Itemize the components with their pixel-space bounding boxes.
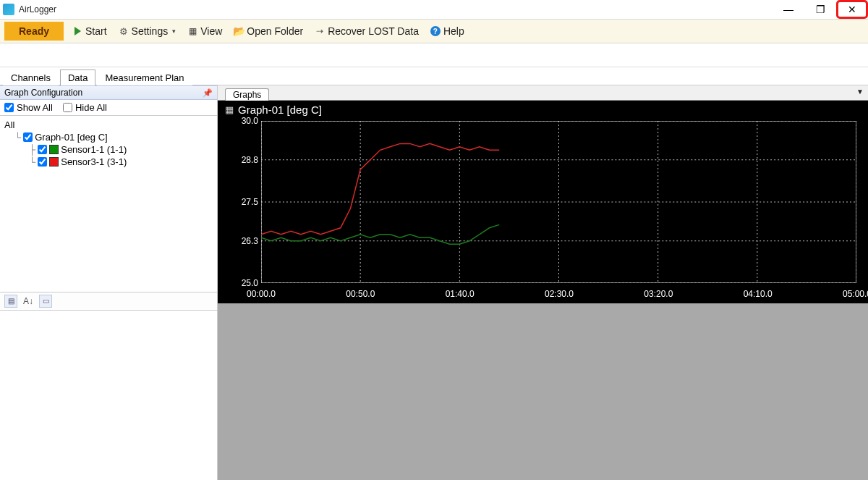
start-button[interactable]: Start [69,24,110,38]
sidebar-header-label: Graph Configuration [4,88,82,98]
view-button[interactable]: ▦ View [184,24,225,38]
tree-sensor-check[interactable] [38,157,47,167]
recover-icon: ⇢ [315,26,325,36]
list-icon[interactable]: ▭ [39,295,52,308]
y-tick-label: 30.0 [222,116,258,126]
graphs-tabbar: Graphs ▼ [218,85,868,101]
tree-graph-node[interactable]: └ Graph-01 [deg C] [4,131,213,143]
maximize-button[interactable]: ❐ [804,0,836,19]
properties-panel [0,311,217,481]
pin-icon[interactable]: 📌 [203,88,213,98]
help-label: Help [443,25,464,37]
hide-all-input[interactable] [63,103,72,112]
y-tick-label: 25.0 [222,278,258,288]
chart-title: ▦ Graph-01 [deg C] [225,104,322,116]
x-tick-label: 03:20.0 [644,289,673,299]
recover-button[interactable]: ⇢ Recover LOST Data [312,24,422,38]
blank-strip [0,43,868,67]
settings-button[interactable]: ⚙ Settings ▾ [116,24,179,38]
play-icon [72,26,82,36]
tree-branch-icon: └ [29,156,35,167]
recover-label: Recover LOST Data [328,25,419,37]
chart-title-label: Graph-01 [deg C] [238,104,322,116]
graphs-tab[interactable]: Graphs [225,88,269,101]
window-controls: — ❐ ✕ [773,0,868,19]
show-all-input[interactable] [4,103,14,112]
title-bar: AirLogger — ❐ ✕ [0,0,868,20]
folder-icon: 📂 [234,26,244,36]
sidebar: Graph Configuration 📌 Show All Hide All … [0,85,218,480]
minimize-button[interactable]: — [773,0,804,19]
color-swatch-green [49,145,59,154]
tree-root[interactable]: All [4,119,213,131]
x-tick-label: 04:10.0 [744,289,773,299]
tab-measurement-plan[interactable]: Measurement Plan [97,70,192,85]
show-all-label: Show All [17,102,53,113]
x-tick-label: 00:00.0 [247,289,276,299]
series-line [261,143,499,234]
tree-sensor-label: Sensor1-1 (1-1) [61,144,127,155]
tree-root-label: All [4,119,14,130]
grid-icon: ▦ [187,26,197,36]
tab-data[interactable]: Data [60,70,95,85]
hide-all-checkbox[interactable]: Hide All [63,102,107,113]
hide-all-label: Hide All [75,102,107,113]
chart-icon: ▦ [225,104,234,115]
help-button[interactable]: ? Help [427,24,467,38]
y-tick-label: 27.5 [222,197,258,207]
app-icon [3,4,14,15]
chevron-down-icon[interactable]: ▼ [856,88,864,96]
sort-label[interactable]: A↓ [23,296,33,306]
tree-branch-icon: ├ [29,144,35,155]
right-pane: Graphs ▼ ▦ Graph-01 [deg C] 25.026.327.5… [218,85,868,480]
gear-icon: ⚙ [119,26,129,36]
color-swatch-red [49,157,59,167]
open-folder-label: Open Folder [247,25,303,37]
tree-branch-icon: └ [14,132,21,143]
tree-graph-label: Graph-01 [deg C] [35,132,107,143]
close-button[interactable]: ✕ [836,0,868,19]
graph-tree: All └ Graph-01 [deg C] ├ Sensor1-1 (1-1)… [0,116,217,292]
show-all-checkbox[interactable]: Show All [4,102,53,113]
categorize-icon[interactable]: ▤ [4,295,17,308]
toolbar: Ready Start ⚙ Settings ▾ ▦ View 📂 Open F… [0,20,868,43]
empty-area [218,303,868,480]
tree-sensor-check[interactable] [38,145,47,154]
sidebar-header: Graph Configuration 📌 [0,85,217,100]
x-tick-label: 01:40.0 [446,289,475,299]
tree-sensor-node[interactable]: ├ Sensor1-1 (1-1) [4,143,213,156]
view-label: View [200,25,222,37]
plot[interactable] [261,121,856,283]
tree-graph-check[interactable] [23,132,33,142]
app-title: AirLogger [19,4,56,14]
tree-sensor-label: Sensor3-1 (3-1) [61,156,127,167]
status-chip: Ready [4,22,64,41]
help-icon: ? [430,26,441,36]
show-hide-row: Show All Hide All [0,100,217,116]
settings-label: Settings [132,25,169,37]
open-folder-button[interactable]: 📂 Open Folder [231,24,306,38]
x-tick-label: 05:00.0 [843,289,868,299]
sort-bar: ▤ A↓ ▭ [0,292,217,311]
tree-sensor-node[interactable]: └ Sensor3-1 (3-1) [4,156,213,168]
tab-channels[interactable]: Channels [3,70,59,85]
y-tick-label: 26.3 [222,236,258,246]
workspace: Graph Configuration 📌 Show All Hide All … [0,85,868,480]
x-tick-label: 02:30.0 [545,289,574,299]
chart-area: ▦ Graph-01 [deg C] 25.026.327.528.830.00… [218,101,868,303]
chevron-down-icon: ▾ [172,28,176,35]
main-tabs: Channels Data Measurement Plan [0,67,868,85]
start-label: Start [85,25,107,37]
x-tick-label: 00:50.0 [346,289,375,299]
y-tick-label: 28.8 [222,155,258,165]
